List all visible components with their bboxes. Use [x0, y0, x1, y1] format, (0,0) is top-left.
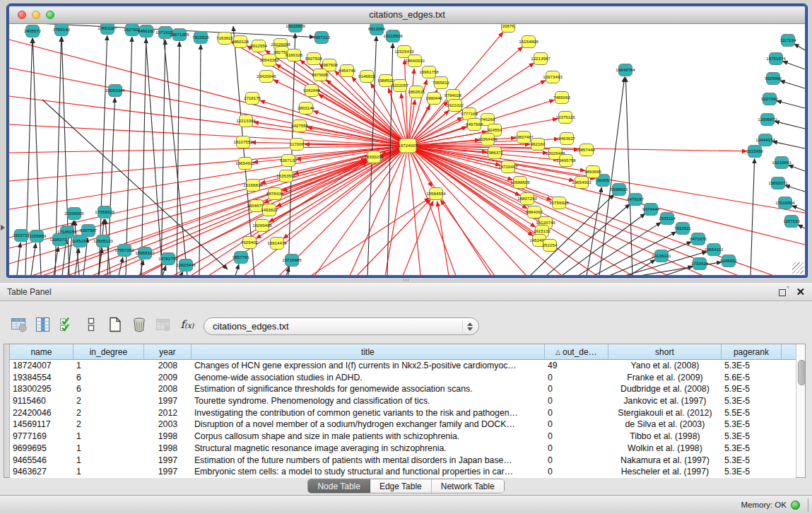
table-row[interactable]: 911546021997Tourette syndrome. Phenomeno…	[10, 395, 796, 407]
graph-node[interactable]: 20876	[502, 24, 515, 33]
table-cell[interactable]: 2008	[144, 383, 192, 395]
table-cell[interactable]: 1998	[144, 431, 192, 443]
graph-node[interactable]: 1862615	[408, 86, 425, 98]
network-graph-canvas[interactable]: 2405572376914010653287152760264661601071…	[9, 24, 805, 275]
table-cell[interactable]: 5.6E-5	[722, 372, 782, 384]
graph-node[interactable]: 19218506	[383, 30, 403, 42]
graph-node[interactable]: 6497568	[466, 119, 483, 131]
graph-edge[interactable]	[9, 96, 408, 146]
graph-node[interactable]: 9827508	[305, 53, 323, 65]
table-vertical-scrollbar[interactable]	[796, 344, 805, 477]
graph-node[interactable]: 7815526	[192, 32, 210, 44]
graph-edge[interactable]	[408, 146, 805, 245]
table-cell[interactable]: 2012	[144, 407, 192, 419]
table-cell[interactable]: 1997	[144, 395, 192, 407]
graph-node[interactable]: 16033809	[286, 24, 305, 33]
graph-node[interactable]: 9146821	[358, 71, 376, 83]
delete-column-button[interactable]	[129, 314, 150, 335]
graph-node[interactable]: 9242848	[303, 85, 321, 97]
graph-edge[interactable]	[578, 222, 661, 275]
table-cell[interactable]: 5.3E-5	[722, 455, 782, 467]
graph-node[interactable]: 8427552	[291, 120, 309, 132]
table-row[interactable]: 977716911998Corpus callosum shape and si…	[10, 431, 796, 443]
panel-collapse-arrow[interactable]	[1, 225, 5, 230]
table-cell[interactable]: 1998	[144, 443, 192, 455]
table-cell[interactable]: Estimation of the future numbers of pati…	[192, 455, 545, 467]
table-cell[interactable]: Investigating the contribution of common…	[192, 407, 545, 419]
graph-node[interactable]: 10653287	[98, 24, 117, 35]
graph-edge[interactable]	[9, 146, 408, 153]
table-cell[interactable]: 49	[545, 360, 608, 372]
table-cell[interactable]: 2	[73, 407, 144, 419]
graph-node[interactable]: 117006	[290, 139, 305, 151]
graph-node[interactable]: 1167533	[783, 216, 800, 228]
graph-edge[interactable]	[751, 158, 755, 275]
graph-node[interactable]: 19654923	[572, 177, 592, 189]
graph-edge[interactable]	[408, 146, 420, 275]
graph-edge[interactable]	[794, 44, 805, 50]
graph-node[interactable]: 12213384	[236, 115, 256, 127]
graph-edge[interactable]	[163, 265, 166, 275]
graph-node[interactable]: 1621022	[447, 100, 464, 112]
graph-edge[interactable]	[609, 242, 692, 275]
graph-node[interactable]: 18720407	[498, 161, 518, 173]
table-cell[interactable]: 9463627	[10, 466, 73, 478]
function-builder-button[interactable]: f(x)	[177, 314, 198, 335]
table-row[interactable]: 1938455462009Genome-wide association stu…	[10, 372, 796, 384]
table-row[interactable]: 1872400712008Changes of HCN gene express…	[10, 360, 796, 372]
graph-node[interactable]: 15166829	[243, 180, 263, 192]
graph-edge[interactable]	[408, 146, 456, 275]
table-cell[interactable]: 0	[545, 383, 608, 395]
graph-edge[interactable]	[437, 201, 449, 275]
graph-edge[interactable]	[17, 243, 20, 275]
table-cell[interactable]: 2003	[144, 419, 192, 431]
graph-edge[interactable]	[126, 37, 132, 275]
table-cell[interactable]: 1997	[144, 466, 192, 478]
graph-edge[interactable]	[119, 257, 123, 275]
table-mode-button[interactable]	[8, 314, 30, 335]
graph-node[interactable]: 9529966	[765, 73, 782, 85]
graph-edge[interactable]	[31, 243, 36, 275]
graph-node[interactable]: 10756928	[549, 197, 569, 209]
graph-edge[interactable]	[772, 141, 805, 148]
graph-node[interactable]: 15692071	[768, 177, 788, 189]
graph-edge[interactable]	[181, 271, 183, 275]
graph-edge[interactable]	[625, 77, 632, 275]
table-cell[interactable]: Wolkin et al. (1998)	[608, 443, 722, 455]
table-cell[interactable]: 2009	[144, 372, 192, 384]
graph-node[interactable]: 12213967	[531, 53, 551, 65]
graph-node[interactable]: 1990448	[425, 93, 443, 105]
graph-node[interactable]: 7955812	[433, 77, 450, 89]
graph-node[interactable]: 8186328	[286, 49, 303, 62]
table-cell[interactable]: 5.3E-5	[722, 395, 782, 407]
graph-node[interactable]: 15751074	[766, 53, 786, 65]
graph-edge[interactable]	[9, 68, 408, 146]
panel-splitter-grip[interactable]	[404, 279, 409, 281]
graph-edge[interactable]	[782, 61, 805, 69]
graph-node[interactable]: 9245652	[720, 255, 738, 267]
graph-node[interactable]: 8454749	[339, 65, 356, 77]
table-cell[interactable]: 1	[73, 360, 144, 372]
graph-node[interactable]: 2803144	[298, 103, 315, 115]
graph-node[interactable]: 8267130	[280, 155, 298, 167]
table-cell[interactable]: Structural magnetic resonance image aver…	[192, 443, 545, 455]
graph-node[interactable]: 12923448	[176, 259, 196, 271]
table-cell[interactable]: 5.3E-5	[722, 431, 782, 443]
graph-node[interactable]: 5938923	[611, 184, 628, 196]
table-cell[interactable]: 0	[545, 466, 608, 478]
graph-edge[interactable]	[792, 206, 805, 211]
graph-node[interactable]: 8878334	[266, 188, 284, 200]
graph-edge[interactable]	[235, 264, 239, 275]
table-cell[interactable]: 0	[545, 372, 608, 384]
graph-node[interactable]: 7857223	[313, 32, 331, 44]
graph-node[interactable]: 23420046	[257, 71, 276, 83]
graph-edge[interactable]	[798, 225, 805, 228]
graph-node[interactable]: 7632621	[674, 223, 692, 235]
table-cell[interactable]: Corpus callosum shape and size in male p…	[192, 431, 545, 443]
graph-node[interactable]: 16648784	[616, 64, 635, 76]
table-row[interactable]: 946362711997Embryonic stem cells: a mode…	[10, 466, 796, 478]
graph-node[interactable]: 2935114	[659, 213, 676, 225]
table-cell[interactable]: 5.3E-5	[722, 419, 782, 431]
column-header-pagerank[interactable]: pagerank	[722, 344, 782, 360]
table-cell[interactable]: 0	[545, 431, 608, 443]
